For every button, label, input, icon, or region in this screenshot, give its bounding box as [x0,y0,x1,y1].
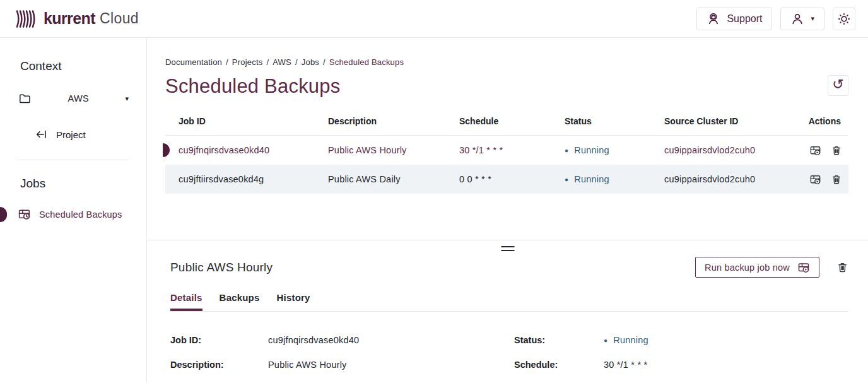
refresh-icon: ↺ [832,78,843,91]
breadcrumb-separator: / [226,57,228,67]
jobs-heading: Jobs [20,177,146,191]
status-label: Status: [514,335,604,345]
project-label: Project [56,129,86,140]
breadcrumb-aws[interactable]: AWS [273,57,291,67]
detail-fields: Job ID: cu9jfnqirsdvase0kd40 Status: ●Ru… [170,335,848,370]
job-id-label: Job ID: [170,335,268,345]
job-id-cell: cu9jftiirsdvase0kd4g [179,174,328,184]
sidebar: Context AWS ▾ Project Jobs [0,38,147,382]
context-selected-value: AWS [32,93,125,103]
kurrent-waves-icon [15,9,38,28]
status-value: ●Running [604,335,848,345]
schedule-label: Schedule: [514,360,604,370]
breadcrumb-separator: / [295,57,298,67]
selected-row-indicator [163,143,170,157]
theme-toggle-button[interactable] [833,8,855,30]
support-button[interactable]: Support [696,8,772,30]
tab-details[interactable]: Details [170,292,202,311]
chevron-down-icon: ▾ [125,95,129,102]
row-actions [808,144,848,156]
description-value: Public AWS Hourly [268,360,514,370]
sun-icon [837,12,851,26]
column-header-description: Description [328,116,459,126]
delete-icon-button[interactable] [831,144,842,156]
run-backup-icon-button[interactable] [809,174,821,186]
chevron-down-icon: ▾ [811,15,814,22]
description-cell: Public AWS Daily [328,174,459,184]
schedule-cell: 0 0 * * * [459,174,565,184]
panel-resize-handle[interactable] [501,246,514,251]
scheduled-backups-table: Job ID Description Schedule Status Sourc… [165,116,848,194]
schedule-value: 30 */1 * * * [604,360,848,370]
description-label: Description: [170,360,268,370]
breadcrumb-separator: / [323,57,326,67]
sidebar-divider [18,160,129,160]
column-header-schedule: Schedule [459,116,565,126]
delete-job-button[interactable] [836,261,848,274]
breadcrumb: Documentation / Projects / AWS / Jobs / … [165,57,848,67]
panel-title: Public AWS Hourly [170,261,273,274]
column-header-actions: Actions [808,116,848,126]
tab-history[interactable]: History [277,292,310,311]
page-title-row: Scheduled Backups ↺ [165,75,848,98]
breadcrumb-current: Scheduled Backups [329,57,404,67]
breadcrumb-documentation[interactable]: Documentation [165,57,222,67]
status-dot-icon: ● [604,337,607,344]
user-icon [790,12,804,26]
status-dot-icon: ● [565,176,568,183]
row-actions [808,174,848,186]
status-badge: ●Running [565,145,664,155]
breadcrumb-separator: / [266,57,269,67]
status-badge: ●Running [565,174,664,184]
run-backup-job-now-button[interactable]: Run backup job now [695,257,819,278]
table-row[interactable]: cu9jftiirsdvase0kd4g Public AWS Daily 0 … [165,165,848,194]
kurrent-cloud-logo[interactable]: kurrent Cloud [15,9,139,28]
status-dot-icon: ● [565,147,568,154]
job-id-value: cu9jfnqirsdvase0kd40 [268,335,514,345]
delete-icon-button[interactable] [831,174,842,186]
scheduled-backup-icon [18,208,31,221]
headset-icon [707,12,720,26]
detail-tabs: Details Backups History [170,292,848,312]
description-cell: Public AWS Hourly [328,145,459,155]
tab-backups[interactable]: Backups [220,292,260,311]
context-heading: Context [20,59,146,73]
top-bar: kurrent Cloud Support ▾ [0,0,868,38]
job-detail-panel: Public AWS Hourly Run backup job now [147,240,868,370]
table-header-row: Job ID Description Schedule Status Sourc… [165,116,848,136]
sidebar-item-label: Scheduled Backups [39,209,122,220]
column-header-source-cluster-id: Source Cluster ID [664,116,808,126]
panel-header-actions: Run backup job now [695,257,848,278]
source-cluster-id-cell: cu9ippairsdvlod2cuh0 [664,145,808,155]
main-content: Documentation / Projects / AWS / Jobs / … [147,38,868,382]
app-shell: Context AWS ▾ Project Jobs [0,38,868,382]
breadcrumb-jobs[interactable]: Jobs [302,57,319,67]
back-arrow-icon [35,128,48,141]
column-header-status: Status [565,116,664,126]
user-menu-button[interactable]: ▾ [780,8,824,30]
run-backup-icon-button[interactable] [809,144,821,156]
schedule-cell: 30 */1 * * * [459,145,565,155]
active-item-indicator [0,207,7,222]
folder-icon [18,92,32,105]
page-title: Scheduled Backups [165,75,340,98]
top-bar-actions: Support ▾ [696,8,855,30]
job-id-cell: cu9jfnqirsdvase0kd40 [179,145,328,155]
logo-brand-text: kurrent [44,9,95,28]
sidebar-item-scheduled-backups[interactable]: Scheduled Backups [0,208,146,221]
source-cluster-id-cell: cu9ippairsdvlod2cuh0 [664,174,808,184]
column-header-job-id: Job ID [179,116,328,126]
table-row[interactable]: cu9jfnqirsdvase0kd40 Public AWS Hourly 3… [165,136,848,165]
context-selector[interactable]: AWS ▾ [18,92,129,105]
logo-suffix-text: Cloud [100,10,139,27]
breadcrumb-projects[interactable]: Projects [232,57,263,67]
refresh-button[interactable]: ↺ [828,75,848,96]
run-backup-icon [797,261,810,274]
run-button-label: Run backup job now [705,262,790,273]
back-to-project-link[interactable]: Project [35,128,146,141]
support-label: Support [727,13,762,25]
panel-header: Public AWS Hourly Run backup job now [170,257,848,278]
